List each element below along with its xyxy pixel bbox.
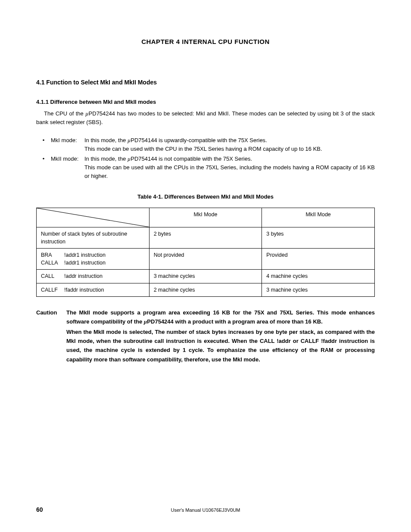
footer: 60 User's Manual U10676EJ3V0UM: [36, 506, 375, 513]
row1-label: BRA!addr1 instruction CALLA!addr1 instru…: [37, 249, 149, 270]
svg-line-0: [37, 208, 149, 227]
row0-c1: 2 bytes: [149, 227, 262, 248]
caution-p1b: PD754244 with a product with a program a…: [147, 318, 322, 325]
mode-bullets: • MkI mode: In this mode, the µPD754144 …: [36, 136, 375, 180]
row3-c1: 2 machine cycles: [149, 283, 262, 296]
mk2-bullet: • MkII mode: In this mode, the µPD754144…: [36, 155, 375, 180]
table-header-row: MkI Mode MkII Mode: [37, 208, 375, 227]
page: CHAPTER 4 INTERNAL CPU FUNCTION 4.1 Func…: [0, 0, 411, 532]
diag-header-cell: [37, 208, 149, 227]
caution-body: The MkII mode supports a program area ex…: [66, 308, 375, 365]
mk1-line1b: PD754144 is upwardly-compatible with the…: [131, 137, 267, 143]
caution-label: Caution: [36, 308, 66, 365]
row2-la: CALL: [41, 272, 64, 280]
subsection-title: 4.1.1 Difference between MkI and MkII mo…: [36, 99, 375, 105]
row1-la: BRA: [41, 251, 64, 259]
row3-lb: !faddr instruction: [64, 286, 104, 294]
mk1-bullet: • MkI mode: In this mode, the µPD754144 …: [36, 136, 375, 153]
mk2-line1a: In this mode, the: [84, 156, 128, 162]
table-row: CALLF!faddr instruction 2 machine cycles…: [37, 283, 375, 296]
table-row: BRA!addr1 instruction CALLA!addr1 instru…: [37, 249, 375, 270]
mk2-label: MkII mode:: [51, 155, 84, 180]
bullet-icon: •: [36, 155, 51, 180]
row3-la: CALLF: [41, 286, 64, 294]
row1-lb: !addr1 instruction: [64, 251, 106, 259]
chapter-title: CHAPTER 4 INTERNAL CPU FUNCTION: [36, 38, 375, 45]
mk1-line2: This mode can be used with the CPU in th…: [84, 146, 322, 152]
row2-c1: 3 machine cycles: [149, 270, 262, 283]
mk2-desc: In this mode, the µPD754144 is not compa…: [84, 155, 375, 180]
row1-lc: CALLA: [41, 259, 64, 267]
mk2-line2: This mode can be used with all the CPUs …: [84, 164, 375, 179]
intro-text-a: The CPU of the: [44, 110, 85, 117]
col-mk2: MkII Mode: [262, 208, 375, 227]
row1-ld: !addr1 instruction: [64, 259, 106, 267]
mk1-line1a: In this mode, the: [84, 137, 128, 143]
caution-p2: When the MkII mode is selected, The numb…: [66, 327, 375, 364]
mk1-label: MkI mode:: [51, 136, 84, 153]
footer-text: User's Manual U10676EJ3V0UM: [62, 507, 349, 513]
caution-block: Caution The MkII mode supports a program…: [36, 308, 375, 365]
intro-paragraph: The CPU of the µPD754244 has two modes t…: [36, 109, 375, 127]
table-row: CALL!addr instruction 3 machine cycles 4…: [37, 270, 375, 283]
table-row: Number of stack bytes of subroutine inst…: [37, 227, 375, 248]
row0-c2: 3 bytes: [262, 227, 375, 248]
section-title: 4.1 Function to Select MkI and MkII Mode…: [36, 79, 375, 86]
row1-c1: Not provided: [149, 249, 262, 270]
row2-label: CALL!addr instruction: [37, 270, 149, 283]
row2-c2: 4 machine cycles: [262, 270, 375, 283]
row0-label: Number of stack bytes of subroutine inst…: [37, 227, 149, 248]
row3-c2: 3 machine cycles: [262, 283, 375, 296]
bullet-icon: •: [36, 136, 51, 153]
row3-label: CALLF!faddr instruction: [37, 283, 149, 296]
row2-lb: !addr instruction: [64, 272, 103, 280]
mu-symbol: µ: [85, 110, 89, 117]
table-title: Table 4-1. Differences Between MkI and M…: [36, 193, 375, 200]
mk2-line1b: PD754144 is not compatible with the 75X …: [131, 156, 252, 162]
col-mk1: MkI Mode: [149, 208, 262, 227]
row1-c2: Provided: [262, 249, 375, 270]
diff-table: MkI Mode MkII Mode Number of stack bytes…: [36, 208, 375, 297]
mk1-desc: In this mode, the µPD754144 is upwardly-…: [84, 136, 375, 153]
page-number: 60: [36, 506, 62, 513]
caution-p1: The MkII mode supports a program area ex…: [66, 308, 375, 327]
